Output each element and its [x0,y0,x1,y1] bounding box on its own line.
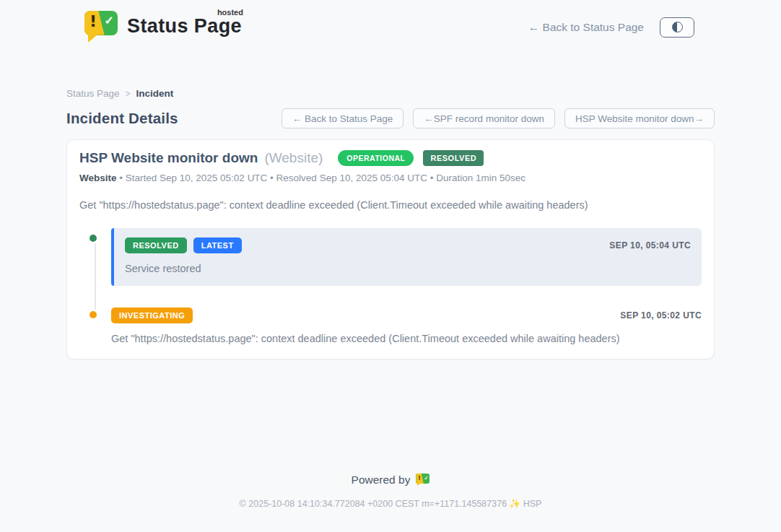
mini-logo-bubble: ! ✓ [416,474,429,484]
logo-bubble: ! ✓ [84,11,118,35]
resolved-badge: RESOLVED [423,150,484,166]
entry-timestamp: SEP 10, 05:04 UTC [609,240,691,250]
breadcrumb-incident: Incident [136,88,174,99]
incident-title: HSP Website monitor down [79,150,258,166]
powered-by-label: Powered by [352,474,411,487]
mini-exclamation-glyph: ! [418,475,420,481]
breadcrumb: Status Page > Incident [66,88,715,99]
timeline-entry: INVESTIGATING SEP 10, 05:02 UTC Get "htt… [79,305,702,344]
header: ! ✓ Status Page hosted ← Back to Status … [0,0,781,43]
status-page-logo-icon: ! ✓ [84,11,118,44]
resolved-badge: RESOLVED [125,237,187,253]
contrast-icon [672,22,683,32]
back-to-status-page-button[interactable]: ← Back to Status Page [282,108,404,128]
incident-meta: Website • Started Sep 10, 2025 05:02 UTC… [79,173,702,183]
theme-toggle-button[interactable] [660,17,694,38]
mini-checkmark-glyph: ✓ [424,476,429,481]
timeline-entry: RESOLVED LATEST SEP 10, 05:04 UTC Servic… [79,228,702,286]
entry-message: Service restored [125,263,691,274]
timeline-dot-column [79,305,111,344]
powered-by: Powered by ! ✓ [352,473,430,487]
page-title: Incident Details [66,110,178,127]
latest-badge: LATEST [193,237,242,253]
entry-badges: RESOLVED LATEST [125,237,242,253]
brand-name: Status Page [127,15,242,37]
operational-badge: OPERATIONAL [338,150,414,166]
title-row: Incident Details ← Back to Status Page ←… [66,108,715,128]
incident-description: Get "https://hostedstatus.page": context… [79,199,702,211]
incident-card: HSP Website monitor down (Website) OPERA… [66,139,715,359]
entry-timestamp: SEP 10, 05:02 UTC [620,310,702,320]
prev-incident-button[interactable]: ←SPF record monitor down [413,108,555,128]
incident-nav-buttons: ← Back to Status Page ←SPF record monito… [282,108,715,128]
logo-text: Status Page hosted [127,15,242,38]
back-to-status-page-link[interactable]: ← Back to Status Page [528,21,644,34]
entry-message: Get "https://hostedstatus.page": context… [111,333,702,344]
timeline-entry-card: RESOLVED LATEST SEP 10, 05:04 UTC Servic… [111,228,702,286]
investigating-badge: INVESTIGATING [111,308,193,323]
meta-details: • Started Sep 10, 2025 05:02 UTC • Resol… [117,173,526,183]
resolved-dot-icon [87,232,99,244]
brand-superscript: hosted [217,8,243,17]
header-actions: ← Back to Status Page [528,17,694,38]
breadcrumb-status-page[interactable]: Status Page [66,88,120,99]
exclamation-glyph: ! [90,14,97,30]
logo-tail [88,35,97,43]
next-incident-button[interactable]: HSP Website monitor down→ [564,108,715,128]
mini-logo-tail [417,483,421,486]
main-content: Status Page > Incident Incident Details … [66,88,715,359]
incident-component: (Website) [264,150,323,166]
timeline-entry-plain: INVESTIGATING SEP 10, 05:02 UTC Get "htt… [111,305,702,344]
incident-title-row: HSP Website monitor down (Website) OPERA… [79,150,702,166]
entry-badges: INVESTIGATING [111,308,193,323]
entry-header: INVESTIGATING SEP 10, 05:02 UTC [111,308,702,323]
investigating-dot-icon [87,309,99,320]
entry-header: RESOLVED LATEST SEP 10, 05:04 UTC [125,237,691,253]
breadcrumb-separator: > [126,89,131,99]
meta-component-name: Website [79,173,117,183]
footer: Powered by ! ✓ © 2025-10-08 14:10:34.772… [0,473,781,509]
checkmark-glyph: ✓ [105,15,114,27]
copyright-line: © 2025-10-08 14:10:34.772084 +0200 CEST … [0,498,781,509]
incident-timeline: RESOLVED LATEST SEP 10, 05:04 UTC Servic… [79,228,702,344]
powered-by-logo-icon[interactable]: ! ✓ [416,473,429,487]
timeline-dot-column [79,228,111,286]
brand-logo[interactable]: ! ✓ Status Page hosted [84,11,242,44]
